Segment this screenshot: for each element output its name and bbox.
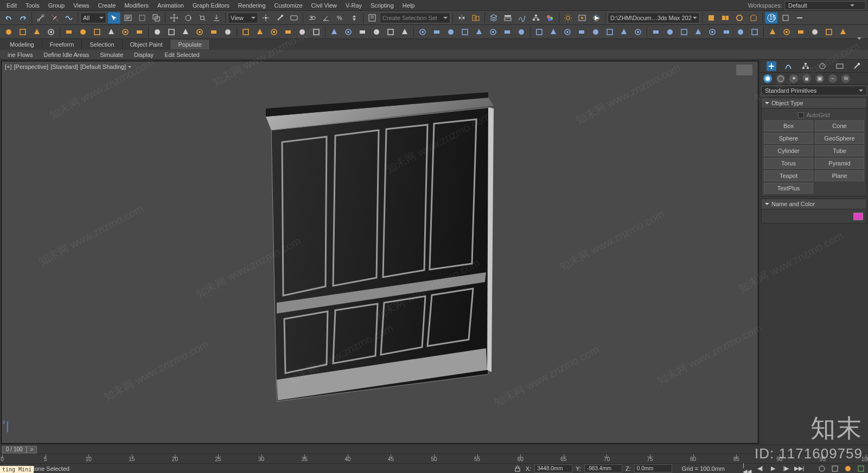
select-object-button[interactable]	[107, 12, 120, 24]
toolbar2-button-37[interactable]	[547, 26, 560, 38]
selection-filter[interactable]: All	[80, 12, 106, 23]
bind-spacewarp-button[interactable]	[62, 12, 75, 24]
rectangular-region-button[interactable]	[136, 12, 149, 24]
undo-button[interactable]	[2, 12, 15, 24]
toolbar2-button-28[interactable]	[416, 26, 429, 38]
menu-tools[interactable]: Tools	[21, 1, 44, 10]
toolbar2-button-49[interactable]	[720, 26, 733, 38]
render-setup-button[interactable]	[561, 12, 575, 24]
create-tab[interactable]	[767, 61, 776, 71]
menu-edit[interactable]: Edit	[2, 1, 21, 10]
cameras-category[interactable]: ■	[802, 74, 811, 83]
toolbar2-button-34[interactable]	[501, 26, 514, 38]
maxscript-mini-listener[interactable]: ting Mini	[0, 466, 34, 473]
menu-vray[interactable]: V-Ray	[341, 1, 366, 10]
motion-tab[interactable]	[818, 61, 827, 71]
helpers-category[interactable]: ▣	[815, 74, 824, 83]
y-coord-field[interactable]: -983.4mm	[584, 464, 622, 472]
render-button[interactable]: ▶	[590, 12, 603, 24]
primitive-teapot-button[interactable]: Teapot	[764, 170, 813, 181]
toolbar2-button-13[interactable]	[193, 26, 206, 38]
group2-button[interactable]	[719, 12, 732, 24]
menu-rendering[interactable]: Rendering	[234, 1, 270, 10]
toolbar2-button-47[interactable]	[692, 26, 705, 38]
geometry-category[interactable]	[763, 74, 772, 83]
rotate-button[interactable]	[182, 12, 195, 24]
toolbar2-button-31[interactable]	[458, 26, 471, 38]
viewport[interactable]: [+] [Perspective] [Standard] [Default Sh…	[1, 61, 758, 444]
toggle-ribbon-button[interactable]	[501, 12, 514, 24]
extra1-button[interactable]	[779, 12, 792, 24]
toolbar2-button-39[interactable]	[575, 26, 588, 38]
mirror-button[interactable]	[455, 12, 468, 24]
toolbar2-button-2[interactable]	[30, 26, 43, 38]
move-button[interactable]	[168, 12, 181, 24]
toolbar2-button-14[interactable]	[207, 26, 220, 38]
ribbon-sub-display[interactable]: Display	[129, 50, 159, 59]
toolbar2-button-7[interactable]	[105, 26, 118, 38]
goto-start-button[interactable]: |◀◀	[742, 464, 752, 473]
primitive-textplus-button[interactable]: TextPlus	[764, 183, 813, 194]
ribbon-tab-selection[interactable]: Selection	[82, 40, 122, 49]
ribbon-sub-flows[interactable]: ine Flows	[2, 50, 38, 59]
toolbar2-button-29[interactable]	[430, 26, 443, 38]
layer-explorer-button[interactable]	[487, 12, 500, 24]
toolbar2-button-54[interactable]	[794, 26, 807, 38]
lock-selection-button[interactable]	[513, 464, 522, 473]
menu-animation[interactable]: Animation	[153, 1, 188, 10]
pivot-center-button[interactable]	[259, 12, 272, 24]
toolbar2-button-11[interactable]	[165, 26, 178, 38]
link-button[interactable]	[34, 12, 47, 24]
toolbar2-button-22[interactable]	[328, 26, 341, 38]
scale-button[interactable]	[196, 12, 209, 24]
toolbar2-button-55[interactable]	[808, 26, 821, 38]
modify-tab[interactable]	[783, 61, 793, 71]
menu-civil-view[interactable]: Civil View	[307, 1, 341, 10]
toolbar2-button-40[interactable]	[589, 26, 602, 38]
toolbar2-button-8[interactable]	[119, 26, 132, 38]
toolbar2-button-50[interactable]	[734, 26, 747, 38]
toolbar2-button-27[interactable]	[398, 26, 411, 38]
next-frame-button[interactable]: |▶	[781, 464, 791, 473]
toolbar2-button-44[interactable]	[649, 26, 662, 38]
primitive-cylinder-button[interactable]: Cylinder	[764, 145, 813, 156]
shapes-category[interactable]: ◯	[776, 74, 785, 83]
ribbon-sub-edit-selected[interactable]: Edit Selected	[159, 50, 205, 59]
spinner-snap-button[interactable]	[348, 12, 361, 24]
toolbar2-button-30[interactable]	[444, 26, 457, 38]
menu-views[interactable]: Views	[69, 1, 93, 10]
toolbar2-button-21[interactable]	[310, 26, 323, 38]
menu-scripting[interactable]: Scripting	[366, 1, 398, 10]
toolbar2-button-0[interactable]	[2, 26, 15, 38]
utilities-tab[interactable]	[852, 61, 861, 71]
autosave-badge[interactable]: 15	[765, 12, 778, 24]
snap-3d-button[interactable]: 3	[305, 12, 318, 24]
menu-modifiers[interactable]: Modifiers	[120, 1, 153, 10]
toolbar2-button-5[interactable]	[76, 26, 90, 38]
toolbar2-button-10[interactable]	[151, 26, 164, 38]
percent-snap-button[interactable]: %	[334, 12, 347, 24]
viewport-nav2-button[interactable]	[830, 464, 840, 473]
toolbar2-button-51[interactable]	[748, 26, 761, 38]
group1-button[interactable]	[705, 12, 718, 24]
timeline-ruler[interactable]: 0510152025303540455055606570758085909510…	[0, 453, 868, 463]
primitive-plane-button[interactable]: Plane	[815, 170, 864, 181]
toolbar2-button-15[interactable]	[221, 26, 234, 38]
edit-named-sets-button[interactable]	[366, 12, 379, 24]
keyboard-shortcut-button[interactable]	[288, 12, 301, 24]
lights-category[interactable]: ✦	[789, 74, 798, 83]
select-by-name-button[interactable]	[122, 12, 135, 24]
toolbar2-button-52[interactable]	[766, 26, 779, 38]
extra2-button[interactable]	[793, 12, 806, 24]
rollout-name-color-header[interactable]: Name and Color	[761, 199, 867, 209]
group4-button[interactable]	[747, 12, 760, 24]
rollout-object-type-header[interactable]: Object Type	[761, 98, 867, 108]
time-slider-go[interactable]: >	[27, 446, 37, 453]
angle-snap-button[interactable]	[320, 12, 333, 24]
ribbon-tab-freeform[interactable]: Freeform	[42, 40, 82, 49]
project-path-display[interactable]: D:\ZHM\Docum…3ds Max 202	[608, 12, 700, 23]
systems-category[interactable]: ≋	[841, 74, 850, 83]
prev-frame-button[interactable]: ◀|	[755, 464, 765, 473]
ribbon-tab-populate[interactable]: Populate	[170, 40, 209, 49]
viewport-nav1-button[interactable]	[817, 464, 827, 473]
